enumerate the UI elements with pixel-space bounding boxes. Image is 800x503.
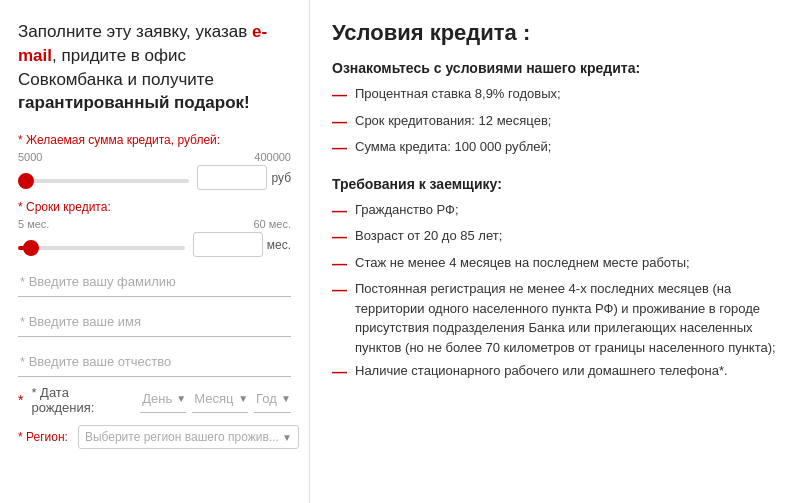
promo-text: Заполните эту заявку, указав e-mail, при… xyxy=(18,20,291,115)
region-arrow: ▼ xyxy=(282,432,292,443)
name-field xyxy=(18,305,291,337)
dash-icon-r3: — xyxy=(332,279,347,302)
dash-icon-r4: — xyxy=(332,361,347,384)
term-max-label: 60 мес. xyxy=(253,218,291,230)
condition-0: Процентная ставка 8,9% годовых; xyxy=(355,84,561,104)
amount-unit: руб xyxy=(271,171,291,185)
condition-2: Сумма кредита: 100 000 рублей; xyxy=(355,137,551,157)
page-container: Заполните эту заявку, указав e-mail, при… xyxy=(0,0,800,503)
dash-icon-r0: — xyxy=(332,200,347,223)
list-item: — Возраст от 20 до 85 лет; xyxy=(332,226,778,249)
amount-slider-wrap xyxy=(18,170,189,186)
amount-max-label: 400000 xyxy=(254,151,291,163)
requirements-subtitle: Требования к заемщику: xyxy=(332,176,778,192)
amount-field: * Желаемая сумма кредита, рублей: 5000 4… xyxy=(18,133,291,190)
right-title: Условия кредита : xyxy=(332,20,778,46)
patronymic-field xyxy=(18,345,291,377)
list-item: — Наличие стационарного рабочего или дом… xyxy=(332,361,778,384)
requirement-1: Возраст от 20 до 85 лет; xyxy=(355,226,502,246)
amount-input-wrap: 5000 руб xyxy=(197,165,291,190)
dob-month-select[interactable]: Месяц xyxy=(192,387,236,410)
name-input[interactable] xyxy=(18,307,291,337)
region-label: * Регион: xyxy=(18,430,68,444)
dob-month-arrow: ▼ xyxy=(238,393,248,404)
conditions-list: — Процентная ставка 8,9% годовых; — Срок… xyxy=(332,84,778,160)
dob-day-arrow: ▼ xyxy=(176,393,186,404)
promo-line1: Заполните эту заявку, указав xyxy=(18,22,252,41)
patronymic-input[interactable] xyxy=(18,347,291,377)
requirement-0: Гражданство РФ; xyxy=(355,200,459,220)
amount-input[interactable]: 5000 xyxy=(197,165,267,190)
dob-label: * Дата рождения: xyxy=(31,385,134,415)
list-item: — Сумма кредита: 100 000 рублей; xyxy=(332,137,778,160)
term-label: * Сроки кредита: xyxy=(18,200,291,214)
region-field: * Регион: Выберите регион вашего прожив.… xyxy=(18,425,291,449)
region-select[interactable]: Выберите регион вашего прожив... xyxy=(85,430,280,444)
requirement-4: Наличие стационарного рабочего или домаш… xyxy=(355,361,728,381)
dob-year-arrow: ▼ xyxy=(281,393,291,404)
dob-star: * xyxy=(18,392,23,408)
list-item: — Гражданство РФ; xyxy=(332,200,778,223)
term-unit: мес. xyxy=(267,238,291,252)
term-input[interactable]: 7 xyxy=(193,232,263,257)
dash-icon-1: — xyxy=(332,111,347,134)
dob-day-wrap: День ▼ xyxy=(140,387,186,413)
promo-bold2: гарантированный подарок! xyxy=(18,93,250,112)
requirement-2: Стаж не менее 4 месяцев на последнем мес… xyxy=(355,253,690,273)
dob-year-wrap: Год ▼ xyxy=(254,387,291,413)
amount-slider[interactable] xyxy=(18,179,189,183)
dob-year-select[interactable]: Год xyxy=(254,387,279,410)
region-select-wrap: Выберите регион вашего прожив... ▼ xyxy=(78,425,299,449)
term-input-wrap: 7 мес. xyxy=(193,232,291,257)
amount-min-label: 5000 xyxy=(18,151,42,163)
list-item: — Постоянная регистрация не менее 4-х по… xyxy=(332,279,778,357)
list-item: — Срок кредитования: 12 месяцев; xyxy=(332,111,778,134)
amount-range-labels: 5000 400000 xyxy=(18,151,291,163)
term-min-label: 5 мес. xyxy=(18,218,49,230)
dash-icon-0: — xyxy=(332,84,347,107)
conditions-subtitle: Ознакомьтесь с условиями нашего кредита: xyxy=(332,60,778,76)
condition-1: Срок кредитования: 12 месяцев; xyxy=(355,111,551,131)
dash-icon-r2: — xyxy=(332,253,347,276)
dob-field: * * Дата рождения: День ▼ Месяц ▼ Го xyxy=(18,385,291,415)
amount-label: * Желаемая сумма кредита, рублей: xyxy=(18,133,291,147)
term-slider[interactable] xyxy=(18,246,185,250)
list-item: — Стаж не менее 4 месяцев на последнем м… xyxy=(332,253,778,276)
term-slider-wrap xyxy=(18,237,185,253)
term-slider-row: 7 мес. xyxy=(18,232,291,257)
dob-day-select[interactable]: День xyxy=(140,387,174,410)
dash-icon-r1: — xyxy=(332,226,347,249)
requirements-list: — Гражданство РФ; — Возраст от 20 до 85 … xyxy=(332,200,778,384)
term-range-labels: 5 мес. 60 мес. xyxy=(18,218,291,230)
left-panel: Заполните эту заявку, указав e-mail, при… xyxy=(0,0,310,503)
amount-slider-row: 5000 руб xyxy=(18,165,291,190)
dob-month-wrap: Месяц ▼ xyxy=(192,387,248,413)
requirement-3: Постоянная регистрация не менее 4-х посл… xyxy=(355,279,778,357)
list-item: — Процентная ставка 8,9% годовых; xyxy=(332,84,778,107)
term-field: * Сроки кредита: 5 мес. 60 мес. 7 мес. xyxy=(18,200,291,257)
surname-field xyxy=(18,265,291,297)
surname-input[interactable] xyxy=(18,267,291,297)
dash-icon-2: — xyxy=(332,137,347,160)
right-panel: Условия кредита : Ознакомьтесь с условия… xyxy=(310,0,800,503)
